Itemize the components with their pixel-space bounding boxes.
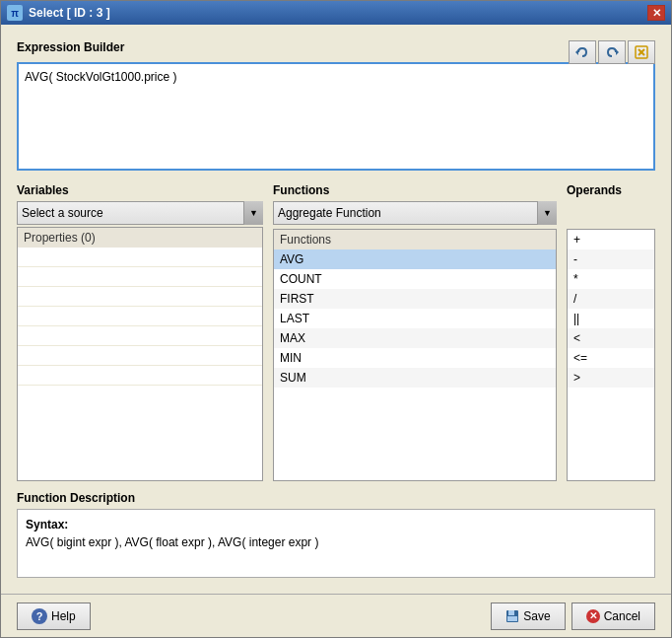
variables-list-header: Properties (0) [18, 228, 262, 248]
operands-label: Operands [567, 183, 655, 197]
cancel-icon: ✕ [586, 609, 600, 623]
operands-list[interactable]: + - * / || < <= > [567, 229, 655, 481]
expression-input[interactable]: AVG( StockVolGt1000.price ) [17, 62, 655, 171]
save-button[interactable]: Save [491, 603, 565, 630]
help-button[interactable]: ? Help [17, 603, 91, 630]
var-empty-3 [18, 287, 262, 307]
operand-divide[interactable]: / [568, 289, 654, 309]
footer-right: Save ✕ Cancel [491, 603, 655, 630]
save-icon [505, 609, 519, 623]
function-item-first[interactable]: FIRST [274, 289, 556, 309]
footer: ? Help Save ✕ Cancel [1, 594, 671, 637]
title-bar-left: π Select [ ID : 3 ] [7, 5, 110, 21]
expression-header: Expression Builder [17, 40, 655, 58]
functions-panel: Functions Aggregate Function String Func… [273, 183, 557, 481]
function-item-sum[interactable]: SUM [274, 368, 556, 388]
functions-list[interactable]: Functions AVG COUNT FIRST LAST MAX MIN S… [273, 229, 557, 481]
redo-button[interactable] [598, 40, 626, 64]
window-title: Select [ ID : 3 ] [29, 6, 110, 20]
operand-less[interactable]: < [568, 328, 654, 348]
svg-rect-7 [507, 616, 517, 621]
cancel-label: Cancel [604, 609, 640, 623]
var-empty-1 [18, 248, 262, 267]
undo-button[interactable] [569, 40, 596, 64]
operand-plus[interactable]: + [568, 230, 654, 249]
function-item-avg[interactable]: AVG [274, 249, 556, 269]
clear-button[interactable] [628, 40, 655, 64]
close-button[interactable]: ✕ [647, 5, 665, 21]
svg-marker-1 [616, 49, 619, 55]
window-icon: π [7, 5, 23, 21]
main-window: π Select [ ID : 3 ] ✕ Expression Builder [0, 0, 672, 638]
operand-multiply[interactable]: * [568, 269, 654, 289]
function-desc-box: Syntax: AVG( bigint expr ), AVG( float e… [17, 509, 655, 578]
variables-label: Variables [17, 183, 263, 197]
main-content: Expression Builder AVG( StockVolGt1000.p… [1, 25, 671, 594]
svg-marker-0 [575, 49, 578, 55]
cancel-button[interactable]: ✕ Cancel [571, 603, 655, 630]
functions-dropdown-wrapper[interactable]: Aggregate Function String Function Math … [273, 201, 557, 225]
panels: Variables Select a source ▼ Properties (… [17, 183, 655, 481]
variables-list[interactable]: Properties (0) [17, 227, 263, 481]
var-empty-6 [18, 346, 262, 366]
svg-rect-6 [508, 610, 514, 615]
var-empty-2 [18, 267, 262, 287]
function-description-section: Function Description Syntax: AVG( bigint… [17, 491, 655, 578]
var-empty-4 [18, 307, 262, 326]
functions-list-header: Functions [274, 230, 556, 249]
variables-source-select[interactable]: Select a source [17, 201, 263, 225]
syntax-label: Syntax: [26, 518, 646, 532]
syntax-value: AVG( bigint expr ), AVG( float expr ), A… [26, 535, 646, 549]
help-icon: ? [32, 608, 47, 624]
expression-builder-area: Expression Builder AVG( StockVolGt1000.p… [17, 40, 655, 174]
expression-toolbar [569, 40, 655, 64]
help-label: Help [51, 609, 76, 623]
operand-concat[interactable]: || [568, 309, 654, 328]
operand-minus[interactable]: - [568, 249, 654, 269]
variables-panel: Variables Select a source ▼ Properties (… [17, 183, 263, 481]
function-item-count[interactable]: COUNT [274, 269, 556, 289]
var-empty-5 [18, 326, 262, 346]
function-desc-label: Function Description [17, 491, 655, 505]
functions-label: Functions [273, 183, 557, 197]
title-bar: π Select [ ID : 3 ] ✕ [1, 1, 671, 25]
operands-panel: Operands + - * / || < <= > [567, 183, 655, 481]
function-item-min[interactable]: MIN [274, 348, 556, 368]
function-item-max[interactable]: MAX [274, 328, 556, 348]
expression-builder-label: Expression Builder [17, 40, 124, 54]
variables-dropdown-wrapper[interactable]: Select a source ▼ [17, 201, 263, 225]
save-label: Save [523, 609, 550, 623]
function-item-last[interactable]: LAST [274, 309, 556, 328]
functions-type-select[interactable]: Aggregate Function String Function Math … [273, 201, 557, 225]
operand-lte[interactable]: <= [568, 348, 654, 368]
var-empty-7 [18, 366, 262, 386]
operand-greater[interactable]: > [568, 368, 654, 388]
